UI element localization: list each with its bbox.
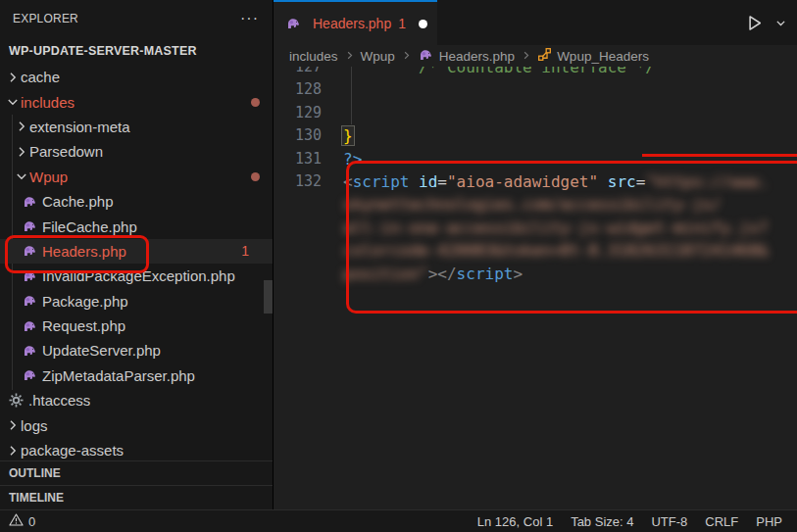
tree-item-cache[interactable]: cache — [0, 65, 273, 89]
breadcrumb-label: Wpup_Headers — [557, 49, 649, 64]
tab-label: Headers.php — [313, 16, 391, 31]
code-text: position"></script> — [343, 263, 523, 285]
tree-item-label: Request.php — [42, 317, 125, 334]
error-count-badge: 1 — [241, 243, 249, 259]
tree-item-label: extension-meta — [29, 119, 130, 135]
explorer-sidebar: EXPLORER ··· WP-UPDATE-SERVER-MASTER cac… — [0, 0, 274, 509]
code-line-wrap[interactable]: colorcode-420083&token=8t-8.318263118724… — [274, 239, 797, 262]
tree-item-label: package-assets — [21, 442, 124, 459]
php-icon — [418, 47, 434, 66]
timeline-section-header[interactable]: TIMELINE — [0, 485, 273, 509]
chevron-right-icon — [4, 417, 21, 433]
breadcrumb-item-wpup-headers[interactable]: Wpup_Headers — [537, 47, 649, 65]
chevron-down-icon — [13, 169, 29, 184]
status-item-php[interactable]: PHP — [747, 514, 791, 529]
sidebar-scrollbar-thumb[interactable] — [264, 280, 273, 314]
tree-item-label: includes — [21, 94, 75, 111]
tree-item-label: Package.php — [42, 293, 128, 310]
tree-item-label: Wpup — [29, 169, 68, 185]
tree-item-includes[interactable]: includes — [0, 89, 273, 114]
tree-item-cache-php[interactable]: Cache.php — [0, 189, 273, 214]
breadcrumb-item-headers-php[interactable]: Headers.php — [418, 47, 515, 66]
explorer-header: EXPLORER ··· — [0, 0, 273, 37]
project-root-label[interactable]: WP-UPDATE-SERVER-MASTER — [0, 37, 273, 65]
code-line-129[interactable]: 129 — [274, 102, 797, 124]
warning-count: 0 — [28, 514, 35, 529]
chevron-right-icon — [4, 70, 21, 85]
code-line-128[interactable]: 128 — [274, 78, 797, 101]
tree-item-package-assets[interactable]: package-assets — [0, 438, 273, 460]
breadcrumb: includesWpupHeaders.phpWpup_Headers — [274, 45, 797, 67]
status-item-tab-size-4[interactable]: Tab Size: 4 — [562, 514, 642, 529]
tree-item-request-php[interactable]: Request.php — [0, 314, 273, 338]
tree-item-parsedown[interactable]: Parsedown — [0, 139, 273, 164]
breadcrumb-label: Headers.php — [439, 49, 515, 64]
warning-icon — [9, 512, 24, 530]
tree-item-zipmetadataparser-php[interactable]: ZipMetadataParser.php — [0, 363, 273, 388]
code-line-130[interactable]: 130} — [274, 124, 797, 147]
vscode-window: EXPLORER ··· WP-UPDATE-SERVER-MASTER cac… — [0, 0, 797, 532]
tree-item-logs[interactable]: logs — [0, 412, 273, 437]
outline-section-header[interactable]: OUTLINE — [0, 460, 273, 485]
gear-icon — [8, 393, 25, 409]
tree-item-updateserver-php[interactable]: UpdateServer.php — [0, 338, 273, 363]
code-line-131[interactable]: 131?> — [274, 148, 797, 170]
status-item-crlf[interactable]: CRLF — [696, 514, 747, 529]
status-item-utf-8[interactable]: UTF-8 — [642, 514, 696, 529]
line-number — [274, 217, 322, 239]
tab-bar: Headers.php 1 — [274, 0, 797, 45]
breadcrumb-label: includes — [289, 49, 338, 64]
tree-item-extension-meta[interactable]: extension-meta — [0, 115, 273, 139]
tree-item-label: ZipMetadataParser.php — [42, 367, 195, 384]
tree-item-label: cache — [21, 69, 60, 85]
error-dot-badge — [251, 172, 260, 181]
tab-error-count: 1 — [398, 16, 406, 31]
chevron-right-icon — [4, 443, 21, 459]
code-text: skynettechnologies.com/accessibility-js/ — [343, 193, 721, 216]
code-line-wrap[interactable]: position"></script> — [274, 263, 797, 285]
status-item-ln-126-col-1[interactable]: Ln 126, Col 1 — [469, 514, 562, 529]
tree-item-headers-php[interactable]: Headers.php1 — [0, 239, 273, 264]
editor-actions — [745, 0, 787, 45]
breadcrumb-item-wpup[interactable]: Wpup — [361, 49, 395, 64]
tree-item-label: logs — [21, 417, 48, 434]
php-icon — [22, 318, 38, 334]
ellipsis-icon[interactable]: ··· — [240, 14, 259, 24]
chevron-right-icon — [13, 144, 29, 160]
chevron-down-icon[interactable] — [774, 17, 787, 29]
line-number — [274, 193, 322, 216]
status-bar-right: Ln 126, Col 1Tab Size: 4UTF-8CRLFPHP — [469, 514, 797, 529]
breadcrumb-label: Wpup — [361, 49, 395, 64]
problems-status[interactable]: 0 — [0, 512, 35, 530]
code-area[interactable]: 127 /* Countable interface */128129130}1… — [274, 56, 797, 285]
line-number — [274, 263, 322, 285]
line-number: 132 — [274, 170, 322, 193]
code-line-132[interactable]: 132<script id="aioa-adawidget" src="http… — [274, 170, 797, 193]
timeline-section-label: TIMELINE — [9, 491, 64, 505]
tree-item-label: Headers.php — [42, 243, 126, 260]
tree-item-label: Cache.php — [42, 193, 114, 210]
tree-item-filecache-php[interactable]: FileCache.php — [0, 214, 273, 238]
php-icon — [22, 243, 38, 259]
tree-item-label: FileCache.php — [42, 218, 137, 235]
php-icon — [22, 293, 38, 309]
code-line-wrap[interactable]: all-in-one-accessibility-js-widget-minif… — [274, 217, 797, 239]
error-dot-badge — [251, 98, 260, 107]
class-symbol-icon — [537, 47, 552, 65]
run-icon[interactable] — [745, 14, 764, 32]
breadcrumb-sep-icon — [344, 49, 355, 64]
code-text: } — [343, 124, 355, 147]
code-text: colorcode-420083&token=8t-8.318263118724… — [343, 239, 768, 262]
tree-item-invalidpackageexception-php[interactable]: InvalidPackageException.php — [0, 264, 273, 288]
tab-headers-php[interactable]: Headers.php 1 — [274, 0, 437, 45]
tree-item--htaccess[interactable]: .htaccess — [0, 388, 273, 412]
code-text: ?> — [343, 148, 362, 170]
breadcrumb-sep-icon — [521, 49, 531, 64]
tree-item-package-php[interactable]: Package.php — [0, 289, 273, 314]
tree-item-label: InvalidPackageException.php — [42, 267, 235, 284]
code-text: <script id="aioa-adawidget" src="https:/… — [343, 170, 769, 193]
code-text: all-in-one-accessibility-js-widget-minif… — [343, 217, 768, 239]
breadcrumb-item-includes[interactable]: includes — [289, 49, 338, 64]
code-line-wrap[interactable]: skynettechnologies.com/accessibility-js/ — [274, 193, 797, 216]
tree-item-wpup[interactable]: Wpup — [0, 165, 273, 189]
